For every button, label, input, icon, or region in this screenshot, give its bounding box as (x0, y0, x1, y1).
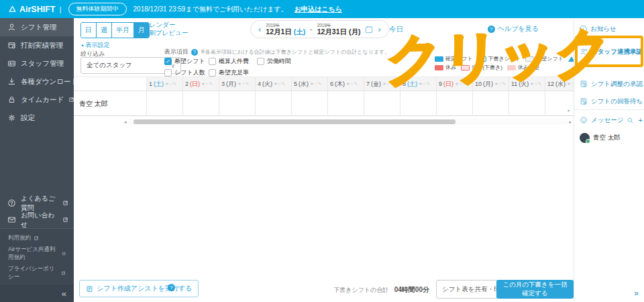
day-column: 8(土) ★○✎ (400, 77, 436, 116)
shift-calendar-grid: 青空 太郎 1(土) ★○✎ 2(日) ★○✎ (74, 77, 574, 116)
bulk-confirm-button[interactable]: この月の下書きを一括確定する (496, 280, 574, 299)
view-tab[interactable]: 週 (96, 23, 111, 38)
help-circle-icon (488, 26, 495, 33)
legal-link[interactable]: 利用規約 (0, 232, 74, 244)
display-item-checkbox[interactable]: 概算人件費 (209, 57, 256, 66)
right-sidebar: お知らせ スタッフ連携承認 1 シフト調整の承認 シフトの回答待ち メッセージ … (574, 18, 644, 302)
day-number: 6 (330, 81, 333, 87)
day-weekday: (日) (190, 80, 200, 89)
sidebar-item-punch-records[interactable]: 打刻実績管理 (0, 36, 74, 54)
day-header: 12(水) ★○✎ (545, 77, 574, 91)
shift-reply-waiting-label: シフトの回答待ち (591, 97, 643, 106)
today-link[interactable]: 今日 (389, 25, 403, 34)
day-column: 10(月) ★○✎ (472, 77, 508, 116)
shift-cell[interactable] (509, 91, 545, 116)
shift-adjust-approval-label: シフト調整の承認 (591, 80, 643, 89)
sidebar-item-shift-management[interactable]: シフト管理 (0, 18, 74, 36)
legend-label: 休み (445, 64, 456, 71)
sidebar-item-label: スタッフ管理 (21, 59, 64, 68)
shift-reply-waiting-item[interactable]: シフトの回答待ち (574, 95, 644, 108)
prev-period-button[interactable]: ‹ (258, 25, 261, 34)
legend-item: 休み(下書き) (461, 64, 502, 71)
day-header: 7(金) ★○✎ (364, 77, 400, 91)
shift-adjust-approval-item[interactable]: シフト調整の承認 (574, 77, 644, 91)
shift-cell[interactable] (328, 91, 364, 116)
staff-link-approval-item[interactable]: スタッフ連携承認 1 (574, 45, 644, 58)
day-columns: 1(土) ★○✎ 2(日) ★○✎ (146, 77, 574, 116)
collapse-sidebar-icon[interactable]: « (62, 289, 66, 299)
day-status-icons: ★○✎ (382, 81, 394, 87)
day-header: 10(月) ★○✎ (473, 77, 508, 91)
day-column: 6(木) ★○✎ (327, 77, 364, 116)
shift-cell[interactable] (147, 91, 182, 116)
shift-cell[interactable] (437, 91, 472, 116)
contact-label: お問い合わせ (21, 211, 58, 230)
sidebar-item-staff-management[interactable]: スタッフ管理 (0, 54, 74, 72)
scroll-left-icon[interactable]: ◂ (124, 119, 127, 125)
legend-item: 休み (435, 64, 456, 71)
vertical-scroll-down-icon[interactable]: ▾ (568, 108, 570, 113)
legal-link[interactable]: Airサービス共通利用規約 (0, 244, 74, 263)
assist-help-icon[interactable] (168, 284, 175, 291)
shift-cell[interactable] (183, 91, 219, 116)
sidebar-item-faq[interactable]: よくあるご質問 (0, 195, 74, 211)
scroll-right-icon[interactable]: ▸ (569, 119, 572, 125)
display-item-checkbox[interactable]: 労働時間 (257, 57, 291, 66)
calendar-picker-icon[interactable] (365, 26, 373, 34)
display-items-help-icon[interactable] (191, 49, 198, 56)
info-circle-icon (580, 26, 587, 33)
legend-swatch (461, 65, 470, 70)
shift-cell[interactable] (364, 91, 400, 116)
shift-cell[interactable] (219, 91, 255, 116)
apply-link[interactable]: お申込はこちら (294, 5, 342, 14)
shift-legend-row2: 休み 休み(下書き) 休み希望 (435, 64, 539, 71)
day-weekday: (火) (519, 80, 529, 89)
shift-cell[interactable] (256, 91, 291, 116)
day-status-icons: ★○✎ (346, 81, 358, 87)
new-message-icon[interactable]: + (638, 116, 642, 124)
draft-total-row: 下書きシフトの合計 04時間00分 (333, 281, 429, 297)
help-link[interactable]: ヘルプを見る (488, 24, 539, 34)
display-item-checkbox[interactable]: 希望シフト (164, 57, 207, 66)
main-panel: 日 週 半月 月 カレンダー 印刷プレビュー ‹ 2018年 12月1日 (土)… (74, 18, 574, 302)
scrollbar-track[interactable] (128, 119, 568, 125)
day-column: 1(土) ★○✎ (146, 77, 182, 116)
shift-cell[interactable] (400, 91, 436, 116)
scrollbar-thumb[interactable] (133, 119, 455, 124)
next-period-button[interactable]: › (378, 25, 380, 34)
legal-links: 利用規約 Airサービス共通利用規約 プライバシーポリシー (0, 228, 74, 285)
day-weekday: (日) (443, 80, 453, 89)
date-range-navigator: ‹ 2018年 12月1日 (土) - 2018年 12月31日 (月) › (250, 20, 389, 38)
sidebar-item-contact[interactable]: お問い合わせ (0, 211, 74, 228)
logo-text: AirSHIFT (19, 5, 55, 14)
day-number: 2 (185, 81, 189, 87)
shift-cell[interactable] (473, 91, 508, 116)
display-items-label: 表示項目 (164, 48, 189, 56)
shift-cell[interactable] (292, 91, 327, 116)
gear-icon (7, 113, 16, 122)
expand-sidebar-icon[interactable]: » (634, 289, 639, 298)
view-tab[interactable]: 半月 (111, 23, 133, 38)
day-header: 5(水) ★○✎ (292, 77, 327, 91)
date-to: 2018年 12月31日 (月) (317, 23, 361, 36)
display-settings-toggle[interactable]: 表示設定 (80, 41, 110, 50)
checkbox-icon (257, 58, 264, 65)
sidebar-item-timecard[interactable]: タイムカード (0, 91, 74, 109)
sidebar-item-downloads[interactable]: 各種ダウンロード (0, 72, 74, 91)
legal-link[interactable]: プライバシーポリシー (0, 263, 74, 283)
day-status-icons: ★○✎ (567, 81, 574, 87)
sidebar-item-settings[interactable]: 設定 (0, 109, 74, 127)
day-column: 3(月) ★○✎ (219, 77, 255, 116)
search-icon[interactable] (627, 117, 634, 124)
draft-total-label: 下書きシフトの合計 (333, 287, 388, 293)
message-user-item[interactable]: 青空 太郎 (574, 131, 644, 144)
id-card-icon (7, 59, 16, 68)
view-tab[interactable]: 日 (81, 23, 96, 38)
calendar-print-preview-link[interactable]: カレンダー 印刷プレビュー (143, 21, 188, 37)
mail-icon (7, 215, 16, 224)
rightbar-divider (574, 109, 644, 110)
notifications-item[interactable]: お知らせ (574, 22, 644, 36)
shift-totals: 下書きシフトの合計 04時間00分 確定シフトの合計 00時間00分 (333, 281, 429, 302)
shift-assist-button[interactable]: シフト作成アシストを実行する (79, 280, 199, 297)
message-label: メッセージ (591, 116, 623, 125)
